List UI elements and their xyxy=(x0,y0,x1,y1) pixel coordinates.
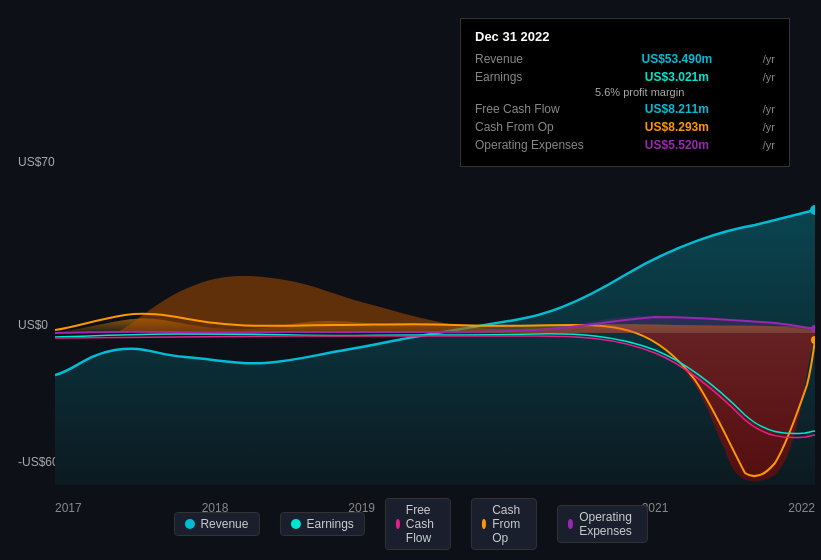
legend-cashop[interactable]: Cash From Op xyxy=(471,498,537,550)
tooltip-revenue-label: Revenue xyxy=(475,52,595,66)
tooltip-earnings-unit: /yr xyxy=(763,71,775,83)
tooltip-box: Dec 31 2022 Revenue US$53.490m /yr Earni… xyxy=(460,18,790,167)
tooltip-fcf-value: US$8.211m xyxy=(645,102,709,116)
legend-fcf[interactable]: Free Cash Flow xyxy=(385,498,451,550)
tooltip-opex-value: US$5.520m xyxy=(645,138,709,152)
x-label-2022: 2022 xyxy=(788,501,815,515)
tooltip-revenue-unit: /yr xyxy=(763,53,775,65)
tooltip-date: Dec 31 2022 xyxy=(475,29,775,44)
legend-fcf-label: Free Cash Flow xyxy=(406,503,440,545)
legend-revenue[interactable]: Revenue xyxy=(173,512,259,536)
chart-legend: Revenue Earnings Free Cash Flow Cash Fro… xyxy=(173,498,647,550)
tooltip-revenue-row: Revenue US$53.490m /yr xyxy=(475,52,775,66)
tooltip-revenue-value: US$53.490m xyxy=(642,52,713,66)
tooltip-opex-unit: /yr xyxy=(763,139,775,151)
legend-cashop-label: Cash From Op xyxy=(492,503,526,545)
legend-earnings-dot xyxy=(290,519,300,529)
legend-cashop-dot xyxy=(482,519,486,529)
tooltip-earnings-label: Earnings xyxy=(475,70,595,84)
tooltip-earnings-row: Earnings US$3.021m /yr xyxy=(475,70,775,84)
legend-earnings[interactable]: Earnings xyxy=(279,512,364,536)
legend-opex[interactable]: Operating Expenses xyxy=(557,505,648,543)
tooltip-fcf-row: Free Cash Flow US$8.211m /yr xyxy=(475,102,775,116)
legend-earnings-label: Earnings xyxy=(306,517,353,531)
y-label-zero: US$0 xyxy=(18,318,48,332)
chart-container: Dec 31 2022 Revenue US$53.490m /yr Earni… xyxy=(0,0,821,560)
tooltip-opex-row: Operating Expenses US$5.520m /yr xyxy=(475,138,775,152)
tooltip-cashop-row: Cash From Op US$8.293m /yr xyxy=(475,120,775,134)
legend-opex-dot xyxy=(568,519,573,529)
tooltip-earnings-value: US$3.021m xyxy=(645,70,709,84)
legend-fcf-dot xyxy=(396,519,400,529)
legend-revenue-dot xyxy=(184,519,194,529)
tooltip-opex-label: Operating Expenses xyxy=(475,138,595,152)
chart-svg xyxy=(55,155,815,485)
tooltip-fcf-unit: /yr xyxy=(763,103,775,115)
tooltip-cashop-value: US$8.293m xyxy=(645,120,709,134)
tooltip-fcf-label: Free Cash Flow xyxy=(475,102,595,116)
chart-svg-area xyxy=(55,155,815,485)
legend-revenue-label: Revenue xyxy=(200,517,248,531)
tooltip-profit-margin: 5.6% profit margin xyxy=(595,86,775,98)
x-label-2017: 2017 xyxy=(55,501,82,515)
tooltip-cashop-label: Cash From Op xyxy=(475,120,595,134)
legend-opex-label: Operating Expenses xyxy=(579,510,636,538)
tooltip-cashop-unit: /yr xyxy=(763,121,775,133)
